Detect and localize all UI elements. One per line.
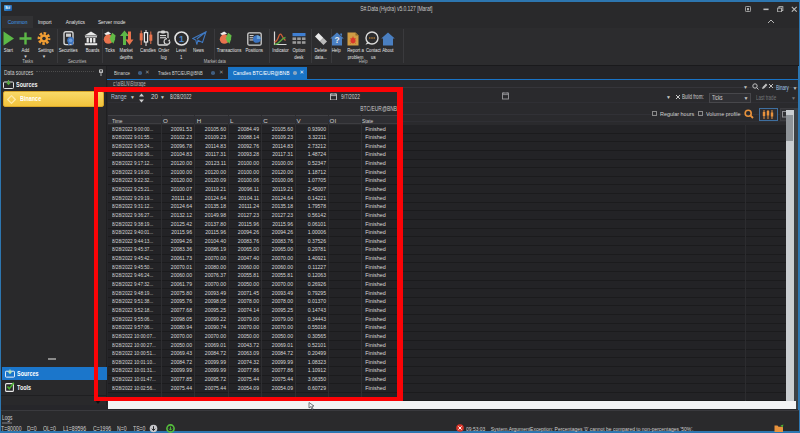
- svg-text:1: 1: [179, 34, 184, 44]
- svg-text:?: ?: [334, 35, 339, 45]
